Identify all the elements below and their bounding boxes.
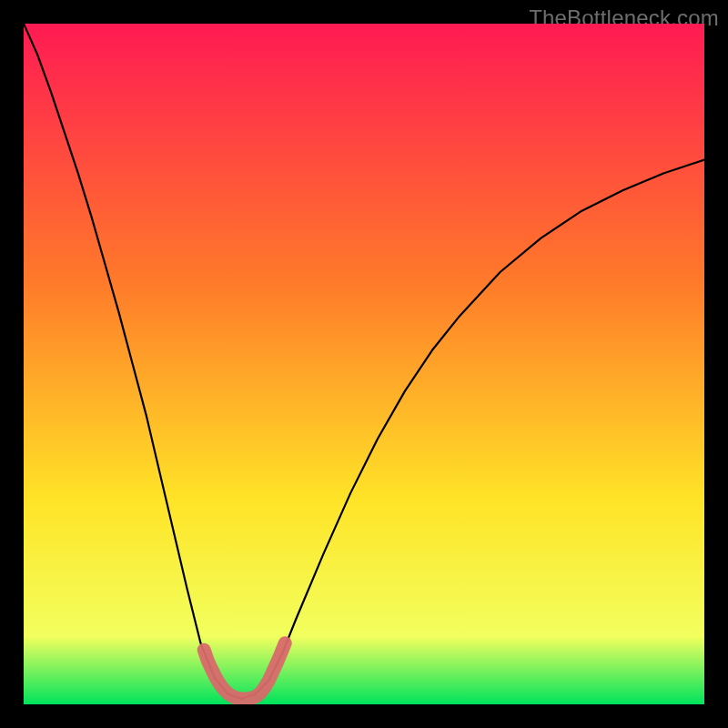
chart-frame: TheBottleneck.com xyxy=(0,0,728,728)
chart-svg xyxy=(24,24,704,704)
gradient-background xyxy=(24,24,704,704)
plot-area xyxy=(24,24,704,704)
